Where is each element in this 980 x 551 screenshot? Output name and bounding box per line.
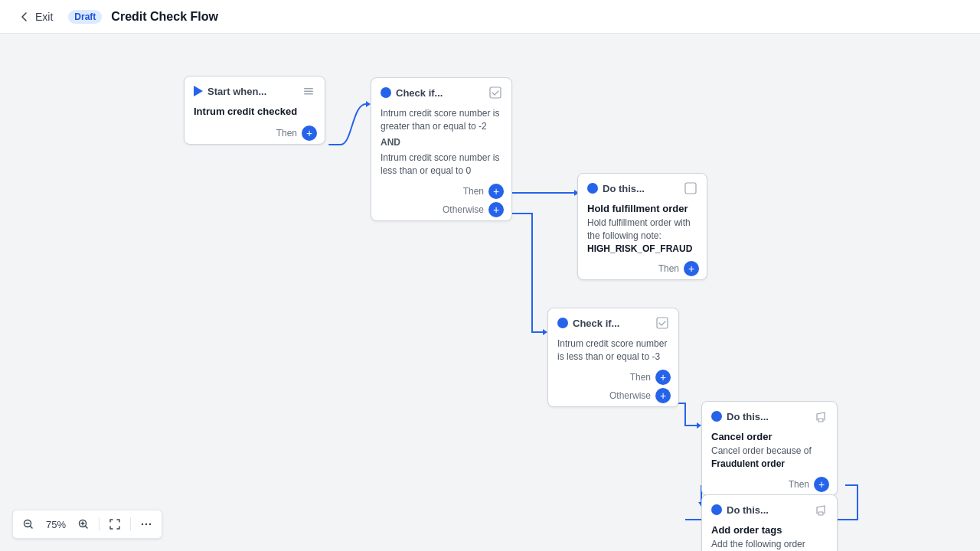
do-tags-body: Add order tags Add the following order t… (702, 521, 837, 551)
do-hold-note: HIGH_RISK_OF_FRAUD (587, 243, 697, 256)
do-tags-title: Do this... (727, 504, 769, 516)
check2-header: Check if... (548, 308, 678, 334)
do-cancel-dot (711, 411, 722, 422)
fit-view-button[interactable] (104, 514, 126, 535)
check1-condition1: Intrum credit score number is greater th… (381, 107, 502, 133)
zoom-in-icon (77, 518, 90, 530)
draft-badge: Draft (68, 10, 102, 24)
do-tags-icon[interactable] (814, 503, 828, 517)
svg-rect-9 (304, 93, 313, 95)
do-cancel-icon[interactable] (814, 409, 828, 423)
do-cancel-body: Cancel order Cancel order because of Fra… (702, 428, 837, 477)
fit-view-icon (109, 518, 121, 530)
do-cancel-add-button[interactable]: + (814, 477, 829, 492)
start-icon (194, 86, 203, 96)
check2-body: Intrum credit score number is less than … (548, 334, 678, 370)
do-tags-dot (711, 504, 722, 515)
start-add-button[interactable]: + (302, 126, 317, 141)
check2-check-icon[interactable] (655, 316, 669, 330)
toolbar-divider (99, 517, 100, 531)
check1-title: Check if... (396, 87, 443, 99)
more-icon (140, 518, 152, 530)
start-body: Intrum credit checked (185, 103, 325, 126)
check1-then-label: Then (463, 186, 484, 197)
zoom-in-button[interactable] (73, 514, 94, 535)
do-cancel-then-label: Then (789, 479, 809, 490)
do-hold-footer: Then + (578, 261, 707, 279)
do-hold-dot (587, 183, 598, 194)
start-menu-icon[interactable] (302, 84, 315, 98)
check2-node: Check if... Intrum credit score number i… (547, 308, 679, 407)
do-hold-icon[interactable] (684, 181, 697, 195)
svg-rect-14 (818, 512, 823, 515)
start-body-title: Intrum credit checked (194, 106, 315, 117)
do-cancel-header: Do this... (702, 402, 837, 428)
do-hold-header: Do this... (578, 174, 707, 200)
svg-point-24 (149, 523, 151, 525)
flow-title: Credit Check Flow (111, 10, 218, 24)
svg-rect-8 (304, 91, 313, 93)
do-hold-title: Do this... (603, 183, 645, 194)
do-hold-then-label: Then (658, 263, 679, 274)
check1-then-footer: Then + (371, 184, 511, 202)
start-footer: Then + (185, 126, 325, 144)
check2-otherwise-footer: Otherwise + (548, 388, 678, 406)
check1-dot (381, 87, 391, 98)
do-tags-node: Do this... Add order tags Add the follow… (701, 494, 838, 551)
canvas: Start when... Intrum credit checked Then… (0, 34, 980, 551)
check2-then-footer: Then + (548, 370, 678, 388)
start-title: Start when... (207, 86, 266, 97)
zoom-toolbar: 75% (12, 510, 162, 539)
do-cancel-title: Do this... (727, 411, 769, 422)
do-tags-header: Do this... (702, 495, 837, 521)
check1-and: AND (381, 136, 502, 149)
zoom-out-button[interactable] (18, 514, 39, 535)
check2-otherwise-label: Otherwise (609, 390, 651, 401)
start-node-header: Start when... (185, 77, 325, 103)
toolbar-divider2 (130, 517, 131, 531)
do-tags-desc: Add the following order tags: (711, 538, 828, 551)
svg-rect-7 (304, 88, 313, 90)
do-hold-body: Hold fulfillment order Hold fulfillment … (578, 200, 707, 261)
check1-otherwise-footer: Otherwise + (371, 202, 511, 220)
do-cancel-footer: Then + (702, 477, 837, 495)
start-node: Start when... Intrum credit checked Then… (184, 76, 325, 145)
svg-rect-11 (685, 183, 696, 194)
exit-icon (18, 11, 31, 23)
check2-condition: Intrum credit score number is less than … (557, 337, 669, 364)
check1-header: Check if... (371, 78, 511, 104)
check2-then-label: Then (630, 372, 651, 383)
check1-node: Check if... Intrum credit score number i… (371, 77, 512, 221)
check1-otherwise-label: Otherwise (443, 204, 484, 215)
check2-title: Check if... (573, 318, 619, 329)
svg-rect-13 (818, 419, 823, 422)
svg-point-22 (142, 523, 143, 525)
do-hold-action-title: Hold fulfillment order (587, 203, 697, 214)
more-options-button[interactable] (136, 514, 157, 535)
do-hold-add-button[interactable]: + (684, 261, 699, 276)
exit-button[interactable]: Exit (12, 8, 59, 26)
do-cancel-action-title: Cancel order (711, 431, 828, 442)
svg-point-23 (145, 523, 147, 525)
svg-line-17 (30, 526, 32, 528)
svg-line-21 (85, 526, 87, 528)
do-cancel-node: Do this... Cancel order Cancel order bec… (701, 401, 838, 496)
check1-body: Intrum credit score number is greater th… (371, 104, 511, 184)
do-tags-action-title: Add order tags (711, 524, 828, 536)
check1-then-add-button[interactable]: + (488, 184, 504, 199)
do-hold-desc: Hold fulfillment order with the followin… (587, 217, 697, 243)
check1-otherwise-add-button[interactable]: + (488, 202, 504, 217)
svg-rect-10 (490, 87, 501, 98)
start-then-label: Then (276, 128, 297, 139)
zoom-level: 75% (42, 519, 70, 530)
do-cancel-desc: Cancel order because of Fraudulent order (711, 445, 828, 471)
svg-rect-12 (657, 318, 668, 328)
check1-condition2: Intrum credit score number is less than … (381, 152, 502, 178)
check2-dot (557, 318, 568, 328)
zoom-out-icon (22, 518, 34, 530)
check2-otherwise-add-button[interactable]: + (655, 388, 671, 403)
exit-label: Exit (35, 11, 53, 23)
check2-then-add-button[interactable]: + (655, 370, 671, 385)
header: Exit Draft Credit Check Flow (0, 0, 980, 34)
check1-check-icon[interactable] (488, 86, 502, 99)
